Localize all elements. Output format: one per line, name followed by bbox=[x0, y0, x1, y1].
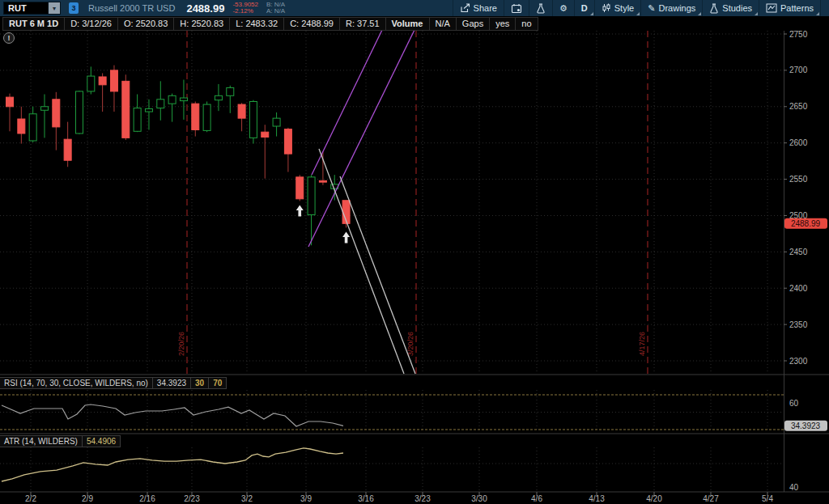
buy-signal-arrow bbox=[342, 231, 350, 243]
time-axis: 2/22/92/162/233/23/93/163/233/304/64/134… bbox=[25, 492, 773, 503]
studies-label: Studies bbox=[722, 3, 752, 13]
bar-close: C: 2488.99 bbox=[283, 17, 340, 31]
rsi-current-value: 34.3923 bbox=[152, 377, 191, 389]
time-axis-label: 4/27 bbox=[703, 494, 719, 503]
time-axis-label: 5/4 bbox=[762, 494, 773, 503]
time-axis-label: 2/2 bbox=[25, 494, 36, 503]
chart-alert-icon[interactable]: ! bbox=[3, 32, 15, 44]
time-axis-label: 3/23 bbox=[414, 494, 431, 503]
candle-body bbox=[99, 77, 106, 85]
candle-body bbox=[53, 100, 60, 127]
price-axis-label: 2600 bbox=[789, 138, 808, 147]
price-axis-label: 2700 bbox=[789, 66, 808, 74]
candle-body bbox=[29, 114, 36, 141]
price-chart-canvas[interactable]: 2/20/263/20/264/17/262750270026502600255… bbox=[0, 31, 829, 504]
price-axis-label: 2650 bbox=[789, 102, 808, 111]
gray-trendline bbox=[319, 149, 404, 374]
candle-body bbox=[122, 81, 130, 138]
chart-link-badge[interactable]: 3 bbox=[69, 2, 79, 14]
share-button[interactable]: Share bbox=[453, 0, 504, 16]
candle-body bbox=[168, 95, 176, 104]
candle-body bbox=[273, 118, 280, 126]
rsi-axis-label: 60 bbox=[789, 399, 799, 408]
time-axis-label: 4/13 bbox=[589, 494, 605, 503]
price-axis-label: 2450 bbox=[789, 248, 808, 256]
chart-title: RUT 6 M 1D bbox=[2, 17, 65, 31]
bar-high: H: 2520.83 bbox=[173, 17, 230, 31]
studies-button[interactable]: Studies bbox=[702, 0, 759, 16]
rsi-study-label[interactable]: RSI (14, 70, 30, CLOSE, WILDERS, no) bbox=[0, 377, 153, 389]
gray-trendline bbox=[340, 176, 415, 374]
price-axis-label: 2400 bbox=[789, 284, 808, 293]
trading-platform-window: RUT ▾ 3 Russell 2000 TR USD 2488.99 -53.… bbox=[0, 0, 829, 504]
style-button[interactable]: Style bbox=[594, 0, 640, 16]
settings-button[interactable]: ⚙ bbox=[552, 0, 574, 16]
rsi-line bbox=[2, 404, 343, 426]
symbol-dropdown-button[interactable]: ▾ bbox=[49, 2, 61, 15]
candle-body bbox=[192, 104, 199, 129]
candle-body bbox=[249, 101, 257, 138]
bar-date: D: 3/12/26 bbox=[64, 17, 118, 31]
candle-body bbox=[87, 76, 95, 91]
candle-body bbox=[134, 108, 141, 132]
candle-body bbox=[203, 104, 210, 130]
style-label: Style bbox=[614, 3, 634, 13]
candle-body bbox=[308, 177, 315, 215]
dropdown-caret bbox=[755, 12, 758, 15]
gaps-no-toggle[interactable]: no bbox=[515, 17, 538, 31]
ask-value: A: N/A bbox=[266, 8, 285, 15]
analyze-button[interactable] bbox=[529, 0, 552, 16]
rsi-overbought-level[interactable]: 70 bbox=[208, 377, 227, 389]
candle-body bbox=[145, 108, 152, 112]
candle-body bbox=[238, 104, 245, 118]
gaps-label: Gaps bbox=[456, 17, 490, 31]
calendar-event-icon bbox=[511, 3, 522, 14]
candle-body bbox=[296, 177, 304, 199]
timeframe-button[interactable]: D bbox=[574, 0, 594, 16]
drawings-button[interactable]: ✎ Drawings bbox=[640, 0, 702, 16]
dropdown-caret bbox=[590, 12, 593, 15]
gear-icon: ⚙ bbox=[559, 4, 568, 13]
studies-flask-icon bbox=[709, 3, 719, 14]
last-price: 2488.99 bbox=[186, 2, 224, 15]
expiration-label: 4/17/26 bbox=[638, 332, 646, 356]
candle-body bbox=[227, 87, 234, 95]
candle-body bbox=[180, 98, 187, 101]
patterns-icon bbox=[766, 3, 777, 13]
expiration-label: 2/20/26 bbox=[177, 332, 185, 356]
trend-drawings bbox=[308, 31, 415, 374]
chart-style-icon bbox=[602, 3, 611, 13]
bar-open: O: 2520.83 bbox=[117, 17, 174, 31]
time-axis-label: 2/23 bbox=[184, 494, 200, 503]
dropdown-caret bbox=[698, 12, 701, 15]
rsi-oversold-level[interactable]: 30 bbox=[190, 377, 209, 389]
share-icon bbox=[460, 3, 470, 13]
candle-body bbox=[40, 107, 48, 110]
time-axis-label: 3/16 bbox=[358, 494, 374, 503]
candle-body bbox=[261, 132, 269, 137]
purple-trendline bbox=[312, 31, 382, 175]
gaps-yes-toggle[interactable]: yes bbox=[489, 17, 516, 31]
chart-area: 2/20/263/20/264/17/262750270026502600255… bbox=[0, 31, 829, 504]
volume-toggle[interactable]: Volume bbox=[385, 17, 430, 31]
atr-study-label[interactable]: ATR (14, WILDERS) bbox=[0, 435, 83, 447]
time-axis-label: 2/9 bbox=[82, 494, 93, 503]
volume-value: N/A bbox=[429, 17, 457, 31]
symbol-input[interactable]: RUT bbox=[3, 2, 49, 15]
candle-body bbox=[157, 100, 164, 108]
ohlc-readout-bar: RUT 6 M 1D D: 3/12/26 O: 2520.83 H: 2520… bbox=[0, 16, 829, 31]
time-axis-label: 4/6 bbox=[531, 494, 542, 503]
grid-lines bbox=[0, 31, 784, 491]
events-button[interactable] bbox=[504, 0, 529, 16]
time-axis-label: 3/2 bbox=[241, 494, 253, 503]
last-price-bubble-text: 2488.99 bbox=[791, 219, 821, 228]
patterns-button[interactable]: Patterns bbox=[759, 0, 821, 16]
toolbar-buttons: Share ⚙ D bbox=[453, 0, 821, 16]
candle-body bbox=[284, 129, 291, 155]
signal-arrows bbox=[296, 205, 350, 243]
change-percent: -2.12% bbox=[232, 8, 258, 15]
candle-body bbox=[75, 91, 83, 133]
atr-axis-label: 40 bbox=[789, 483, 799, 492]
timeframe-label: D bbox=[581, 3, 588, 13]
atr-current-value: 54.4906 bbox=[82, 435, 121, 447]
